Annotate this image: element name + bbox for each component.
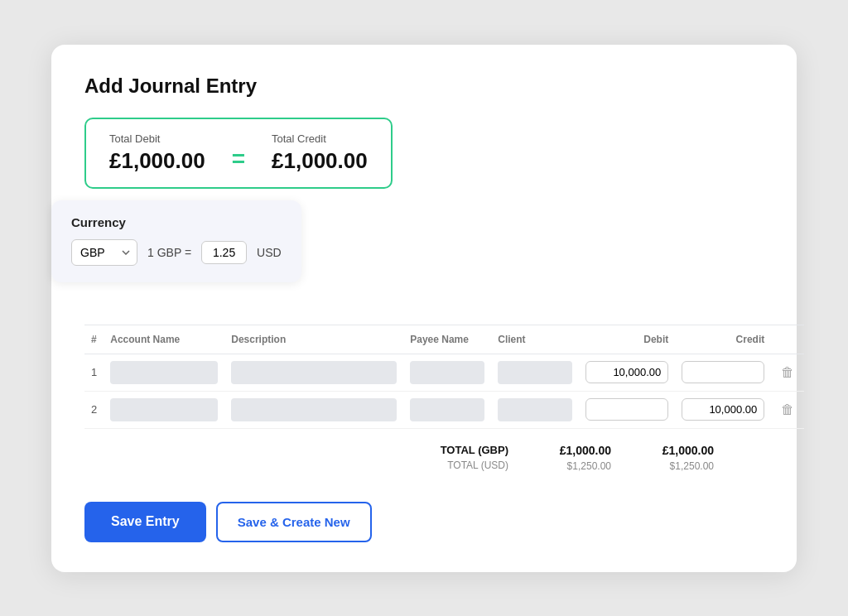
debit-2[interactable] xyxy=(579,391,675,428)
summary-credit-col: £1,000.00 $1,250.00 xyxy=(631,444,714,472)
col-header-debit: Debit xyxy=(579,325,675,354)
row-num-2: 2 xyxy=(84,391,104,428)
exchange-rate-input[interactable] xyxy=(201,241,247,264)
total-credit-label: Total Credit xyxy=(272,132,368,145)
col-header-client: Client xyxy=(491,325,579,354)
credit-input-2[interactable] xyxy=(682,398,764,421)
description-1 xyxy=(224,354,403,391)
exchange-prefix: 1 GBP = xyxy=(147,246,191,259)
currency-row: GBP USD EUR JPY 1 GBP = USD xyxy=(71,239,282,266)
payee-name-1 xyxy=(403,354,491,391)
total-debit-col: Total Debit £1,000.00 xyxy=(109,132,205,174)
debit-input-2[interactable] xyxy=(585,398,668,421)
equals-sign: = xyxy=(232,146,245,172)
exchange-suffix: USD xyxy=(257,246,282,259)
col-header-description: Description xyxy=(224,325,403,354)
total-debit-label: Total Debit xyxy=(109,132,205,145)
credit-input-1[interactable] xyxy=(682,361,764,383)
col-header-credit: Credit xyxy=(675,325,771,354)
table-section: # Account Name Description Payee Name Cl… xyxy=(84,325,764,479)
totals-box: Total Debit £1,000.00 = Total Credit £1,… xyxy=(84,118,393,189)
delete-row-1-button[interactable]: 🗑 xyxy=(778,362,797,383)
delete-row-2-button[interactable]: 🗑 xyxy=(778,399,797,421)
payee-name-2 xyxy=(403,391,491,428)
description-2 xyxy=(224,391,403,428)
total-debit-value: £1,000.00 xyxy=(109,148,205,174)
summary-totals-row: TOTAL (GBP) TOTAL (USD) £1,000.00 $1,250… xyxy=(84,429,764,479)
summary-debit-gbp: £1,000.00 xyxy=(560,444,611,457)
total-credit-value: £1,000.00 xyxy=(272,148,368,174)
account-name-1 xyxy=(104,354,224,391)
col-header-action xyxy=(771,325,804,354)
save-entry-button[interactable]: Save Entry xyxy=(84,502,206,542)
debit-1[interactable] xyxy=(579,354,675,391)
summary-credit-gbp: £1,000.00 xyxy=(662,444,714,457)
delete-1[interactable]: 🗑 xyxy=(771,354,804,391)
col-header-payee: Payee Name xyxy=(403,325,491,354)
table-row: 2 🗑 xyxy=(84,391,804,428)
currency-card: Currency GBP USD EUR JPY 1 GBP = USD xyxy=(51,200,301,282)
page-title: Add Journal Entry xyxy=(84,75,764,98)
credit-1[interactable] xyxy=(675,354,771,391)
main-card: Add Journal Entry Total Debit £1,000.00 … xyxy=(51,45,797,572)
total-gbp-label: TOTAL (GBP) xyxy=(441,444,508,456)
summary-credit-usd: $1,250.00 xyxy=(670,460,714,472)
total-credit-col: Total Credit £1,000.00 xyxy=(272,132,368,174)
client-1 xyxy=(491,354,579,391)
save-create-new-button[interactable]: Save & Create New xyxy=(216,502,372,542)
credit-2[interactable] xyxy=(675,391,771,428)
currency-select[interactable]: GBP USD EUR JPY xyxy=(71,239,137,266)
account-name-2 xyxy=(104,391,224,428)
client-2 xyxy=(491,391,579,428)
button-row: Save Entry Save & Create New xyxy=(84,502,764,542)
delete-2[interactable]: 🗑 xyxy=(771,391,804,428)
debit-input-1[interactable] xyxy=(585,361,668,383)
journal-table: # Account Name Description Payee Name Cl… xyxy=(84,325,804,429)
summary-labels: TOTAL (GBP) TOTAL (USD) xyxy=(441,444,508,471)
col-header-account: Account Name xyxy=(104,325,224,354)
table-row: 1 🗑 xyxy=(84,354,804,391)
summary-debit-col: £1,000.00 $1,250.00 xyxy=(528,444,611,472)
row-num-1: 1 xyxy=(84,354,104,391)
currency-label: Currency xyxy=(71,215,282,229)
col-header-num: # xyxy=(84,325,104,354)
summary-debit-usd: $1,250.00 xyxy=(567,460,611,472)
total-usd-label: TOTAL (USD) xyxy=(447,460,508,471)
